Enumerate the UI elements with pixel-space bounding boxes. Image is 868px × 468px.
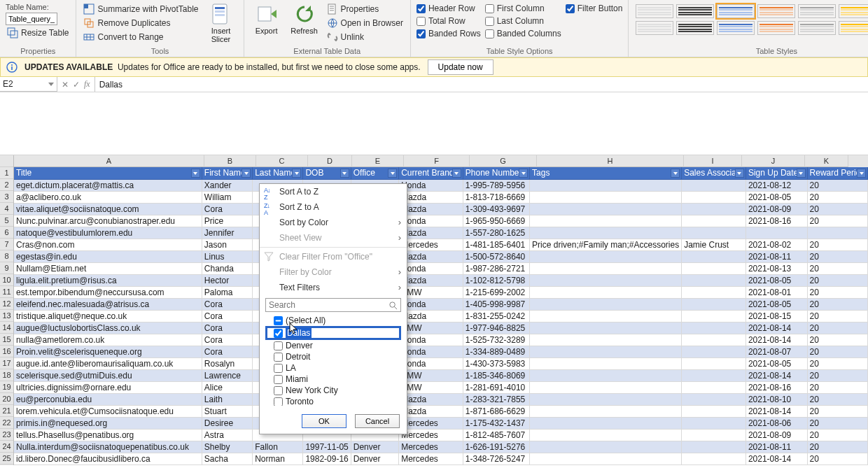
table-header-cell[interactable]: Title bbox=[14, 167, 202, 179]
cell[interactable]: 1982-09-16 bbox=[303, 453, 351, 465]
cell[interactable] bbox=[682, 369, 746, 381]
filter-drop-icon[interactable] bbox=[519, 169, 528, 178]
filter-option[interactable]: Dallas bbox=[265, 326, 401, 340]
row-header[interactable]: 6 bbox=[0, 227, 13, 239]
cell[interactable]: 20 bbox=[807, 346, 867, 357]
cell[interactable]: Mazda bbox=[399, 310, 463, 322]
cell[interactable]: Cora bbox=[202, 310, 252, 322]
cell[interactable] bbox=[682, 346, 746, 357]
cell[interactable]: Alice bbox=[202, 381, 252, 393]
cell[interactable]: primis.in@nequesed.org bbox=[14, 417, 202, 429]
cell[interactable]: Mazda bbox=[399, 203, 463, 215]
row-header[interactable]: 21 bbox=[0, 405, 13, 417]
cell[interactable]: Cras@non.com bbox=[14, 239, 202, 250]
cell[interactable] bbox=[682, 215, 746, 227]
cell[interactable] bbox=[682, 441, 746, 453]
style-swatch[interactable] bbox=[676, 4, 714, 18]
cell[interactable]: 20 bbox=[807, 357, 867, 369]
cell[interactable]: 2021-08-09 bbox=[746, 429, 807, 441]
cell[interactable]: 20 bbox=[807, 405, 867, 417]
cell[interactable]: Mercedes bbox=[399, 429, 463, 441]
cancel-button[interactable]: Cancel bbox=[355, 414, 400, 428]
cell[interactable] bbox=[682, 286, 746, 298]
cell[interactable]: 20 bbox=[807, 429, 867, 441]
cell[interactable]: 20 bbox=[807, 191, 867, 203]
ok-button[interactable]: OK bbox=[302, 414, 346, 428]
table-row[interactable]: eu@perconubia.eduLaithMazda1-283-321-785… bbox=[14, 393, 868, 405]
cell[interactable]: Nulla.interdum@sociisnatoquepenatibus.co… bbox=[14, 441, 202, 453]
filter-drop-icon[interactable] bbox=[452, 169, 461, 178]
cell[interactable]: 20 bbox=[807, 334, 867, 346]
cell[interactable]: vitae.aliquet@sociisnatoque.com bbox=[14, 203, 202, 215]
cell[interactable]: 2021-08-11 bbox=[746, 441, 807, 453]
cell[interactable] bbox=[682, 203, 746, 215]
cell[interactable]: Cora bbox=[202, 298, 252, 310]
enter-icon[interactable]: ✓ bbox=[73, 80, 80, 90]
cell[interactable]: 2021-08-06 bbox=[746, 417, 807, 429]
cell[interactable]: id.libero.Donec@faucibusidlibero.ca bbox=[14, 453, 202, 465]
cell[interactable] bbox=[530, 215, 682, 227]
opt-banded-rows[interactable]: Banded Rows bbox=[416, 28, 481, 39]
table-header-cell[interactable]: Tags bbox=[530, 167, 682, 179]
convert-to-range[interactable]: Convert to Range bbox=[82, 31, 200, 43]
cell[interactable]: 1-557-280-1625 bbox=[463, 227, 529, 239]
cell[interactable]: 20 bbox=[807, 286, 867, 298]
cell[interactable]: 1-831-255-0242 bbox=[463, 310, 529, 322]
cell[interactable]: 2021-08-05 bbox=[746, 191, 807, 203]
cell[interactable]: Denver bbox=[351, 453, 398, 465]
filter-drop-icon[interactable] bbox=[241, 169, 251, 178]
cell[interactable]: ultricies.dignissim@ornare.edu bbox=[14, 381, 202, 393]
cell[interactable]: 2021-08-05 bbox=[746, 274, 807, 286]
style-swatch[interactable] bbox=[717, 4, 755, 18]
cell[interactable]: 20 bbox=[807, 441, 867, 453]
cell[interactable]: Mercedes bbox=[399, 453, 463, 465]
cell[interactable]: Price bbox=[202, 215, 252, 227]
cell[interactable]: Mazda bbox=[399, 274, 463, 286]
cell[interactable]: 20 bbox=[807, 203, 867, 215]
table-row[interactable]: augue@luctuslobortisClass.co.ukCoraBMW1-… bbox=[14, 322, 868, 334]
cell[interactable]: 2021-08-07 bbox=[746, 346, 807, 357]
cell[interactable]: Cora bbox=[202, 334, 252, 346]
opt-filter-button[interactable]: Filter Button bbox=[566, 3, 623, 14]
cell[interactable] bbox=[530, 334, 682, 346]
cell[interactable]: Rosalyn bbox=[202, 357, 252, 369]
style-swatch[interactable] bbox=[717, 21, 755, 35]
cell[interactable]: 1-430-373-5983 bbox=[463, 357, 529, 369]
style-swatch[interactable] bbox=[636, 4, 673, 18]
cell[interactable]: 2021-08-15 bbox=[746, 310, 807, 322]
cell[interactable]: Mazda bbox=[399, 250, 463, 262]
cell[interactable]: Astra bbox=[202, 429, 252, 441]
row-header[interactable]: 25 bbox=[0, 453, 13, 465]
cell[interactable] bbox=[530, 369, 682, 381]
table-header-cell[interactable]: Sign Up Date bbox=[746, 167, 807, 179]
cell[interactable]: Honda bbox=[399, 179, 463, 191]
cell[interactable] bbox=[682, 191, 746, 203]
cell[interactable] bbox=[530, 262, 682, 274]
style-swatch[interactable] bbox=[839, 4, 868, 18]
cell[interactable]: 2021-08-16 bbox=[746, 215, 807, 227]
cell[interactable] bbox=[746, 227, 807, 239]
cell[interactable]: William bbox=[202, 191, 252, 203]
row-header[interactable]: 12 bbox=[0, 298, 13, 310]
filter-option[interactable]: LA bbox=[265, 362, 401, 374]
col-header-cell[interactable]: F bbox=[404, 155, 470, 167]
cell[interactable]: 20 bbox=[807, 250, 867, 262]
filter-option[interactable]: Toronto bbox=[265, 396, 401, 406]
cell[interactable]: 20 bbox=[807, 298, 867, 310]
name-box[interactable]: E2 bbox=[0, 77, 57, 92]
cell[interactable]: Jennifer bbox=[202, 227, 252, 239]
table-row[interactable]: ligula.elit.pretium@risus.caHectorMazda1… bbox=[14, 274, 868, 286]
filter-drop-icon[interactable] bbox=[671, 169, 680, 178]
cell[interactable]: 1-334-889-0489 bbox=[463, 346, 529, 357]
cell[interactable]: augue.id.ante@liberomaurisaliquam.co.uk bbox=[14, 357, 202, 369]
cell[interactable] bbox=[682, 310, 746, 322]
cell[interactable]: 1-977-946-8825 bbox=[463, 322, 529, 334]
table-row[interactable]: primis.in@nequesed.orgDesireeMercedes1-1… bbox=[14, 417, 868, 429]
style-swatch[interactable] bbox=[798, 21, 836, 35]
cell[interactable]: 20 bbox=[807, 369, 867, 381]
opt-first-col[interactable]: First Column bbox=[485, 3, 561, 14]
cell[interactable]: Nullam@Etiam.net bbox=[14, 262, 202, 274]
table-row[interactable]: est.tempor.bibendum@neccursusa.comPaloma… bbox=[14, 286, 868, 298]
table-row[interactable]: scelerisque.sed@utmiDuis.eduLawrenceBMW1… bbox=[14, 369, 868, 381]
cell[interactable] bbox=[530, 429, 682, 441]
